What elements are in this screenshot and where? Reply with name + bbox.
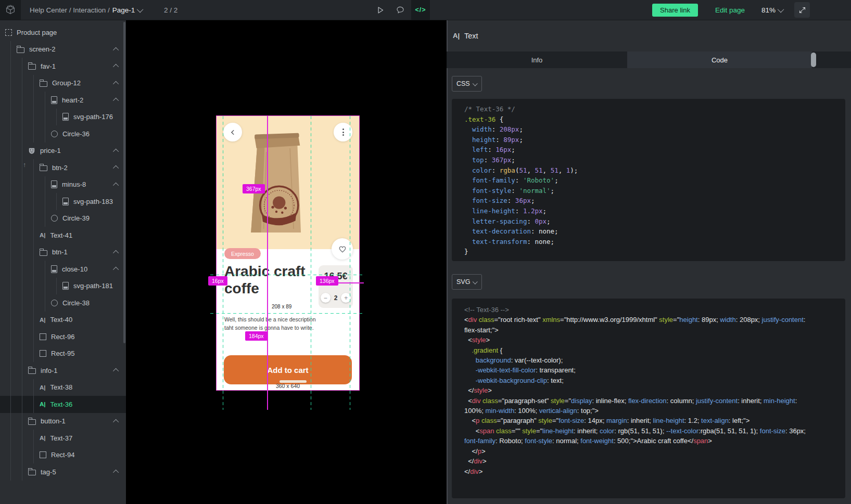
edit-page-link[interactable]: Edit page: [715, 0, 745, 20]
chevron-down-icon: [473, 279, 478, 284]
layer-label: svg-path-181: [73, 282, 113, 290]
chevron-down-icon[interactable]: [137, 6, 144, 12]
layer-label: close-10: [62, 265, 87, 273]
breadcrumb[interactable]: Help Center / Interaction / Page-1: [30, 0, 143, 20]
collapse-caret-icon[interactable]: [113, 47, 119, 53]
cube-logo-icon: [5, 4, 16, 16]
sidebar-item-rect-96[interactable]: Rect-96: [0, 328, 126, 345]
tree-guide-line: [10, 125, 11, 143]
layer-label: price-1: [40, 147, 61, 154]
collapse-caret-icon[interactable]: [113, 98, 119, 104]
tree-guide-line: [33, 109, 34, 126]
tree-guide-line: [33, 328, 34, 345]
design-canvas[interactable]: Expresso Arabic craft coffe 208 x 89 16.…: [126, 20, 447, 504]
collapse-caret-icon[interactable]: [113, 419, 119, 425]
product-tag-badge[interactable]: Expresso: [224, 248, 261, 259]
sidebar-item-rect-94[interactable]: Rect-94: [0, 447, 126, 464]
code-line: </div>: [464, 467, 810, 476]
panel-divider: [447, 20, 448, 504]
back-button[interactable]: [223, 123, 242, 141]
zoom-control[interactable]: 81%: [761, 0, 784, 20]
svg-language-select[interactable]: SVG: [452, 274, 482, 290]
sidebar-item-tag-5[interactable]: tag-5: [0, 463, 126, 481]
sidebar-item-svg-path-183[interactable]: svg-path-183: [0, 193, 126, 210]
share-link-button[interactable]: Share link: [652, 4, 698, 17]
sidebar-item-close-10[interactable]: close-10: [0, 261, 126, 278]
page-counter: 2 / 2: [164, 0, 177, 20]
collapse-caret-icon[interactable]: [113, 470, 119, 475]
sidebar-scrollbar[interactable]: [123, 22, 125, 343]
sidebar-item-circle-36[interactable]: Circle-36: [0, 125, 126, 143]
css-language-select[interactable]: CSS: [452, 76, 482, 92]
decrease-quantity-button[interactable]: −: [321, 293, 331, 303]
collapse-caret-icon[interactable]: [113, 183, 119, 188]
sidebar-item-price-1[interactable]: price-1: [0, 143, 126, 160]
file-icon: [62, 282, 69, 290]
code-line: letter-spacing: 0px;: [464, 216, 835, 227]
sidebar-item-btn-2[interactable]: btn-2: [0, 159, 126, 176]
code-icon: </>: [415, 6, 426, 14]
comments-button[interactable]: [390, 0, 410, 20]
sidebar-item-text-41[interactable]: A|Text-41: [0, 227, 126, 244]
sidebar-item-text-37[interactable]: A|Text-37: [0, 430, 126, 447]
sidebar-item-minus-8[interactable]: minus-8: [0, 176, 126, 193]
sidebar-item-text-36[interactable]: A|Text-36: [0, 396, 126, 413]
sidebar-item-circle-39[interactable]: Circle-39: [0, 210, 126, 227]
play-button[interactable]: [370, 0, 390, 20]
app-logo[interactable]: [0, 0, 21, 20]
measure-label-right: 136px: [316, 276, 338, 286]
product-screen-frame[interactable]: Expresso Arabic craft coffe 208 x 89 16.…: [217, 116, 359, 390]
tree-guide-line: [10, 159, 11, 176]
product-title[interactable]: Arabic craft coffe: [224, 263, 312, 298]
circle-icon: [51, 215, 58, 222]
sidebar-item-text-38[interactable]: A|Text-38: [0, 379, 126, 396]
tree-guide-line: [56, 278, 57, 295]
collapse-caret-icon[interactable]: [113, 64, 119, 70]
collapse-caret-icon[interactable]: [113, 368, 119, 374]
collapse-caret-icon[interactable]: [113, 149, 119, 154]
code-line: top: 367px;: [464, 155, 835, 165]
tree-guide-line: [33, 294, 34, 312]
file-icon: [51, 96, 57, 104]
sidebar-item-svg-path-176[interactable]: svg-path-176: [0, 109, 126, 126]
sidebar-item-fav-1[interactable]: fav-1: [0, 58, 126, 75]
guide-dashed-horizontal: [210, 275, 364, 275]
tab-info[interactable]: Info: [447, 51, 627, 68]
fullscreen-button[interactable]: [794, 2, 810, 18]
tree-guide-line: [45, 92, 45, 109]
tab-code[interactable]: Code: [627, 51, 812, 68]
layer-label: info-1: [41, 367, 58, 374]
sidebar-item-svg-path-181[interactable]: svg-path-181: [0, 278, 126, 295]
code-line: font-style: 'normal';: [464, 186, 835, 196]
sidebar-item-circle-38[interactable]: Circle-38: [0, 294, 126, 312]
code-line: -webkit-text-fill-color: transparent;: [464, 365, 810, 375]
code-line: text-transform: none;: [464, 237, 835, 247]
collapse-caret-icon[interactable]: [113, 165, 119, 171]
sidebar-item-group-12[interactable]: Group-12: [0, 75, 126, 92]
sidebar-item-info-1[interactable]: info-1: [0, 362, 126, 379]
collapse-caret-icon[interactable]: [113, 81, 119, 87]
css-code-block[interactable]: /* Text-36 */.text-36 { width: 208px; he…: [452, 99, 845, 261]
collapse-caret-icon[interactable]: [113, 250, 119, 256]
sidebar-item-heart-2[interactable]: heart-2: [0, 92, 126, 109]
sidebar-item-rect-95[interactable]: Rect-95: [0, 345, 126, 363]
collapse-caret-icon[interactable]: [113, 267, 119, 273]
sidebar-item-screen-2[interactable]: screen-2: [0, 41, 126, 58]
product-image-area: [217, 116, 359, 249]
code-mode-button[interactable]: </>: [411, 0, 430, 20]
tree-guide-line: [22, 312, 22, 329]
sidebar-item-product page[interactable]: Product page: [0, 24, 126, 41]
play-icon: [376, 6, 385, 15]
zoom-value: 81%: [761, 6, 776, 14]
top-bar: Help Center / Interaction / Page-1 2 / 2…: [0, 0, 851, 20]
layer-label: Rect-95: [51, 350, 75, 357]
code-line: .text-36 {: [464, 114, 835, 125]
tree-guide-line: [33, 261, 34, 278]
code-line: <span class="" style="line-height: inher…: [464, 426, 810, 446]
sidebar-item-btn-1[interactable]: btn-1: [0, 244, 126, 261]
sidebar-item-text-40[interactable]: A|Text-40: [0, 312, 126, 329]
svg-code-block[interactable]: <!-- Text-36 --><div class="root rich-te…: [452, 299, 845, 498]
panel-scrollbar[interactable]: [811, 53, 816, 67]
sidebar-item-button-1[interactable]: button-1: [0, 413, 126, 430]
tree-guide-line: [10, 92, 11, 109]
